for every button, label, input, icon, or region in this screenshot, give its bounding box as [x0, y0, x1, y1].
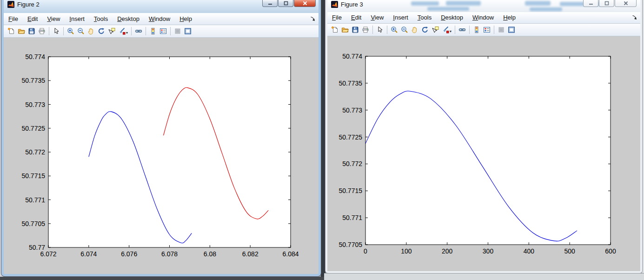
brush-data-button[interactable] [117, 26, 127, 36]
y-tick-label: 50.7735 [339, 80, 362, 87]
menu-view[interactable]: View [366, 12, 388, 23]
zoom-out-button[interactable] [399, 25, 410, 35]
save-figure-button[interactable] [350, 25, 360, 35]
data-cursor-button[interactable] [430, 25, 440, 35]
maximize-button[interactable] [278, 0, 293, 7]
link-plot-button[interactable] [133, 26, 144, 36]
plot-box [48, 57, 291, 247]
open-file-icon [18, 27, 25, 35]
insert-legend-button[interactable] [482, 25, 492, 35]
plot-area[interactable]: 6.0726.0746.0766.0786.086.0826.08450.775… [4, 38, 319, 273]
rotate-3d-button[interactable] [96, 26, 106, 36]
rotate-3d-button[interactable] [420, 25, 430, 35]
menu-help[interactable]: Help [175, 13, 197, 25]
menu-insert[interactable]: Insert [388, 12, 413, 23]
brush-dropdown-caret-icon[interactable]: ▾ [450, 29, 451, 33]
zoom-out-icon [401, 26, 408, 33]
open-file-button[interactable] [340, 25, 350, 35]
link-plot-icon [135, 27, 142, 35]
menu-edit[interactable]: Edit [346, 12, 366, 23]
insert-colorbar-button[interactable] [148, 26, 158, 36]
menu-edit[interactable]: Edit [23, 13, 42, 25]
menu-window[interactable]: Window [468, 12, 498, 23]
zoom-out-button[interactable] [76, 26, 86, 36]
zoom-in-button[interactable] [389, 25, 399, 35]
brush-data-button[interactable] [440, 25, 451, 35]
y-tick-label: 50.774 [342, 53, 362, 60]
figure-canvas: 010020030040050060050.770550.77150.77155… [327, 36, 640, 271]
brush-dropdown-caret-icon[interactable]: ▾ [126, 31, 128, 35]
menu-tools[interactable]: Tools [413, 12, 436, 23]
y-tick-label: 50.7715 [21, 172, 45, 180]
glass-reflection [427, 7, 469, 11]
insert-colorbar-button[interactable] [471, 25, 482, 35]
minimize-button[interactable] [583, 0, 598, 7]
y-tick-label: 50.773 [25, 101, 45, 108]
hide-plot-tools-button [173, 26, 183, 36]
caption-button-group [583, 0, 637, 7]
zoom-in-button[interactable] [66, 26, 76, 36]
background-sliver-right [642, 0, 644, 280]
close-icon [623, 1, 629, 6]
y-tick-label: 50.7705 [21, 220, 45, 227]
edit-plot-button[interactable] [51, 26, 61, 36]
zoom-in-icon [391, 26, 398, 33]
save-figure-button[interactable] [27, 26, 37, 36]
toolbar-separator [387, 26, 387, 34]
plot-area[interactable]: 010020030040050060050.770550.77150.77155… [327, 36, 640, 271]
figure3-window: Figure 3 FileEditViewInsertToolsDesktopW… [325, 0, 642, 273]
y-tick-label: 50.772 [25, 148, 45, 156]
pan-button[interactable] [410, 25, 420, 35]
link-plot-button[interactable] [457, 25, 467, 35]
y-tick-label: 50.7705 [339, 241, 362, 248]
background-strip-bottom-left [0, 277, 324, 280]
x-tick-label: 100 [401, 247, 412, 255]
pan-icon [87, 27, 95, 35]
minimize-icon [588, 1, 594, 6]
menu-view[interactable]: View [42, 13, 65, 25]
x-tick-label: 6.072 [40, 250, 56, 258]
save-figure-icon [352, 26, 359, 33]
pan-button[interactable] [86, 26, 96, 36]
menu-insert[interactable]: Insert [65, 13, 89, 25]
figure3-titlebar[interactable]: Figure 3 [327, 0, 640, 12]
dock-figure-arrow-icon[interactable] [310, 16, 316, 22]
print-figure-button[interactable] [360, 25, 371, 35]
menu-help[interactable]: Help [498, 12, 520, 23]
menu-bar: FileEditViewInsertToolsDesktopWindowHelp [4, 13, 319, 25]
y-tick-label: 50.7725 [339, 133, 362, 141]
insert-legend-button[interactable] [158, 26, 168, 36]
glass-reflection [411, 1, 439, 6]
x-tick-label: 6.082 [242, 250, 259, 258]
plot-box [365, 56, 611, 245]
edit-plot-button[interactable] [375, 25, 385, 35]
glass-reflection [530, 7, 562, 11]
close-button[interactable] [294, 0, 316, 7]
new-figure-button[interactable] [330, 25, 340, 35]
figure2-titlebar[interactable]: Figure 2 [4, 0, 319, 13]
print-figure-icon [362, 26, 369, 33]
x-tick-label: 300 [483, 247, 494, 255]
rotate-3d-icon [98, 27, 105, 35]
maximize-button[interactable] [599, 0, 614, 7]
show-plot-tools-button[interactable] [183, 26, 193, 36]
menu-file[interactable]: File [4, 13, 23, 25]
dock-figure-arrow-icon[interactable] [632, 15, 637, 20]
data-cursor-button[interactable] [106, 26, 117, 36]
show-plot-tools-button[interactable] [506, 25, 517, 35]
minimize-button[interactable] [262, 0, 278, 7]
insert-legend-icon [483, 26, 491, 33]
print-figure-button[interactable] [37, 26, 47, 36]
close-button[interactable] [615, 0, 637, 7]
open-file-button[interactable] [16, 26, 27, 36]
menu-tools[interactable]: Tools [89, 13, 113, 25]
menu-window[interactable]: Window [144, 13, 175, 25]
print-figure-icon [38, 27, 46, 35]
menu-bar: FileEditViewInsertToolsDesktopWindowHelp [327, 12, 640, 24]
menu-desktop[interactable]: Desktop [113, 13, 144, 25]
menu-file[interactable]: File [327, 12, 346, 23]
toolbar-separator [494, 26, 494, 34]
new-figure-button[interactable] [6, 26, 16, 36]
y-tick-label: 50.7735 [21, 77, 45, 84]
menu-desktop[interactable]: Desktop [436, 12, 468, 23]
